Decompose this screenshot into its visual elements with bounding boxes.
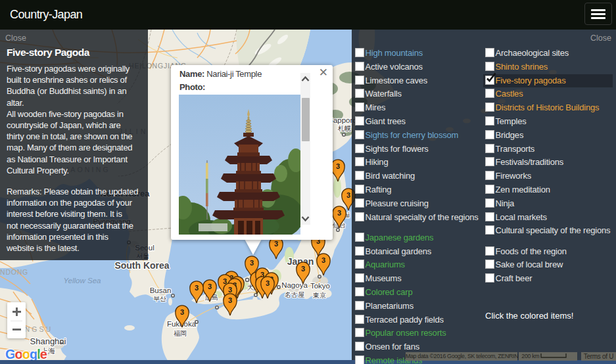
svg-text:3: 3 (266, 279, 270, 287)
svg-text:South Korea: South Korea (114, 260, 169, 271)
svg-text:3: 3 (346, 191, 350, 199)
svg-text:3: 3 (195, 284, 199, 292)
svg-text:NDONG: NDONG (0, 268, 28, 276)
svg-text:Tokyo: Tokyo (310, 282, 330, 290)
svg-text:3: 3 (274, 240, 278, 248)
svg-text:Yellow Sea: Yellow Sea (64, 277, 101, 284)
svg-text:札幌: 札幌 (337, 125, 351, 132)
svg-text:3: 3 (228, 286, 232, 294)
svg-text:3: 3 (228, 296, 232, 304)
svg-text:Nagoya: Nagoya (281, 281, 308, 289)
svg-text:3: 3 (180, 308, 184, 316)
svg-text:福岡: 福岡 (174, 330, 187, 337)
svg-text:名古屋: 名古屋 (285, 291, 304, 298)
svg-text:3: 3 (250, 259, 254, 267)
svg-text:3: 3 (208, 283, 212, 290)
svg-text:NGSU: NGSU (24, 325, 53, 333)
svg-text:Busan: Busan (150, 286, 172, 294)
svg-text:3: 3 (337, 209, 341, 217)
svg-text:3: 3 (336, 162, 340, 170)
svg-text:부산: 부산 (153, 295, 166, 302)
svg-text:3: 3 (301, 265, 305, 273)
svg-text:3: 3 (321, 256, 325, 264)
svg-text:東京: 東京 (312, 292, 326, 299)
